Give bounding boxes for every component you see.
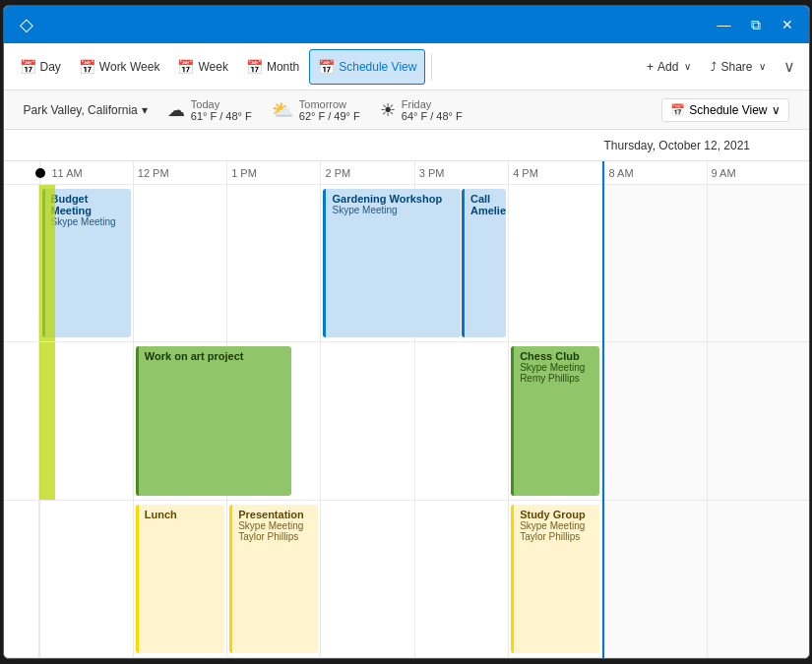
restore-button[interactable]: ⧉ [742, 11, 770, 38]
work-art-event[interactable]: Work on art project [136, 346, 291, 495]
calendar-main: 11 AM 12 PM 1 PM 2 PM 3 PM 4 PM [4, 161, 809, 658]
date-header-text: Thursday, October 12, 2021 [604, 139, 751, 152]
weather-bar-right: 📅 Schedule View ∨ [661, 98, 788, 122]
weather-schedule-view-button[interactable]: 📅 Schedule View ∨ [661, 98, 788, 122]
day-view-button[interactable]: 📅 Day [12, 49, 69, 85]
slot-3pm-row2 [414, 342, 508, 499]
today-temp: 61° F / 48° F [191, 110, 252, 122]
right-row-3 [604, 501, 809, 658]
outlook-window: ◇ — ⧉ ✕ 📅 Day 📅 Work Week 📅 Week 📅 Month… [3, 5, 810, 659]
chess-club-event[interactable]: Chess Club Skype Meeting Remy Phillips [511, 346, 599, 495]
week-view-button[interactable]: 📅 Week [169, 49, 235, 85]
study-group-event[interactable]: Study Group Skype Meeting Taylor Phillip… [511, 505, 599, 653]
tomorrow-weather-icon: ⛅ [272, 99, 293, 121]
budget-meeting-subtitle: Skype Meeting [51, 216, 125, 227]
slot-2pm-row1: Gardening Workshop Skype Meeting [320, 185, 413, 341]
diamond-icon: ◇ [20, 14, 33, 35]
current-time-dot [35, 168, 45, 178]
calendar-week-icon: 📅 [177, 59, 194, 75]
add-icon: + [647, 60, 654, 74]
slot-3pm-row3 [414, 501, 508, 657]
work-week-view-button[interactable]: 📅 Work Week [71, 49, 168, 85]
right-row-1 [604, 185, 809, 342]
lunch-title: Lunch [145, 509, 219, 520]
time-grid: 11 AM 12 PM 1 PM 2 PM 3 PM 4 PM [4, 161, 602, 658]
slot-2pm-row2 [320, 342, 413, 499]
ribbon-toolbar: 📅 Day 📅 Work Week 📅 Week 📅 Month 📅 Sched… [4, 43, 809, 91]
time-label-12pm: 12 PM [133, 161, 226, 184]
right-time-9am: 9 AM [707, 161, 809, 184]
weather-bar: Park Valley, California ▾ ☁ Today 61° F … [4, 91, 809, 130]
share-chevron-icon: ∨ [759, 61, 766, 72]
location-chevron-icon: ▾ [142, 103, 148, 117]
friday-weather-icon: ☀ [380, 99, 396, 121]
day-label-col-1 [4, 185, 39, 341]
location-text: Park Valley, California [24, 103, 138, 117]
slot-4pm-row3: Study Group Skype Meeting Taylor Phillip… [508, 501, 601, 657]
time-label-3pm: 3 PM [414, 161, 508, 184]
time-label-1pm: 1 PM [226, 161, 320, 184]
time-label-2pm: 2 PM [320, 161, 413, 184]
day-row-2: Work on art project Chess Club Skype Mee… [4, 342, 602, 500]
location-selector[interactable]: Park Valley, California ▾ [24, 103, 148, 117]
minimize-button[interactable]: — [711, 11, 738, 38]
gardening-title: Gardening Workshop [332, 193, 454, 205]
chess-club-title: Chess Club [520, 350, 593, 362]
slot-1pm-row3: Presentation Skype Meeting Taylor Philli… [226, 501, 320, 657]
slot-4pm-row1 [508, 185, 601, 341]
add-chevron-icon: ∨ [684, 61, 691, 72]
slot-12pm-row3: Lunch [133, 501, 226, 657]
day-row-3: Lunch Presentation Skype Meeting Taylor … [4, 501, 602, 658]
weather-schedule-chevron-icon: ∨ [772, 103, 781, 117]
day-timeline-3: Lunch Presentation Skype Meeting Taylor … [39, 501, 602, 657]
call-amelie-event[interactable]: Call Amelie [462, 189, 506, 337]
lunch-event[interactable]: Lunch [136, 505, 224, 653]
time-label-empty [4, 161, 39, 184]
work-art-title: Work on art project [145, 350, 285, 362]
add-button[interactable]: + Add ∨ [639, 49, 699, 85]
presentation-event[interactable]: Presentation Skype Meeting Taylor Philli… [229, 505, 318, 653]
time-labels-row: 11 AM 12 PM 1 PM 2 PM 3 PM 4 PM [4, 161, 602, 185]
calendar-month-icon: 📅 [246, 59, 263, 75]
gardening-workshop-event[interactable]: Gardening Workshop Skype Meeting [323, 189, 460, 337]
day-row-1: Budget Meeting Skype Meeting Gardening W… [4, 185, 602, 342]
calendar-day-icon: 📅 [20, 59, 36, 75]
tomorrow-temp: 62° F / 49° F [299, 110, 360, 122]
right-row-2 [604, 342, 809, 500]
ribbon-expand-button[interactable]: ∨ [778, 55, 801, 79]
budget-meeting-title: Budget Meeting [51, 193, 125, 216]
day-timeline-1: Budget Meeting Skype Meeting Gardening W… [39, 185, 602, 341]
study-group-subtitle2: Taylor Phillips [520, 531, 593, 542]
time-label-11am: 11 AM [39, 161, 133, 184]
right-slot-8am-row2 [604, 342, 707, 499]
today-label: Today [191, 98, 252, 110]
friday-weather: ☀ Friday 64° F / 48° F [380, 98, 463, 122]
calendar-schedule-icon: 📅 [318, 59, 335, 75]
share-icon: ⤴ [711, 60, 717, 74]
ribbon-separator-1 [431, 53, 432, 81]
right-panel: 8 AM 9 AM [602, 161, 809, 658]
right-rows [604, 185, 809, 658]
schedule-view-button[interactable]: 📅 Schedule View [309, 49, 425, 85]
share-button[interactable]: ⤴ Share ∨ [703, 49, 773, 85]
right-slot-8am-row3 [604, 501, 707, 657]
day-label-col-2 [4, 342, 39, 499]
window-controls: — ⧉ ✕ [711, 11, 801, 38]
close-button[interactable]: ✕ [774, 11, 801, 38]
day-timeline-2: Work on art project Chess Club Skype Mee… [39, 342, 602, 499]
budget-meeting-event[interactable]: Budget Meeting Skype Meeting [42, 189, 131, 337]
presentation-subtitle1: Skype Meeting [238, 520, 312, 531]
slot-11am-row3 [39, 501, 133, 657]
weather-calendar-icon: 📅 [670, 103, 685, 117]
gardening-subtitle: Skype Meeting [332, 205, 454, 215]
day-label-col-3 [4, 501, 39, 657]
right-slot-8am-row1 [604, 185, 707, 341]
month-view-button[interactable]: 📅 Month [238, 49, 307, 85]
green-strip-2 [39, 342, 55, 499]
slot-2pm-row3 [320, 501, 413, 657]
time-label-4pm: 4 PM [508, 161, 601, 184]
chess-club-subtitle2: Remy Phillips [520, 373, 593, 384]
call-amelie-title: Call Amelie [470, 193, 500, 216]
calendar-rows: Budget Meeting Skype Meeting Gardening W… [4, 185, 602, 658]
date-header: Thursday, October 12, 2021 [4, 130, 809, 161]
